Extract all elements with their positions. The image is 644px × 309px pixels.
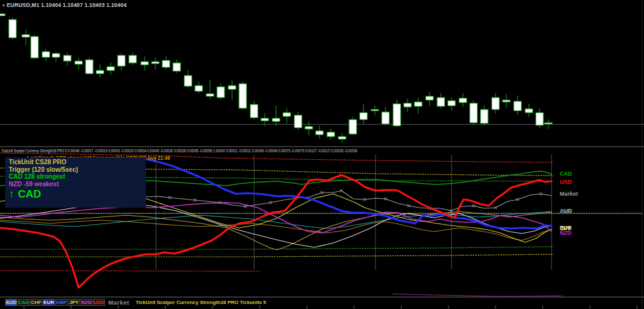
up-arrow-icon: ↑ — [9, 188, 14, 200]
currency-button-eur[interactable]: EUR — [43, 299, 55, 306]
symbol-quote-text: EURUSD,M1 1.10404 1.10407 1.10403 1.1040… — [7, 2, 127, 8]
line-label-text: CAD — [560, 171, 572, 177]
indicator-button-bar: AUDCADCHFEURGBPJPYNZDUSD Market TickUnit… — [5, 298, 266, 306]
indicator-legend-box: TickUnit CS28 PRO Trigger (120 slow/5sec… — [5, 157, 146, 208]
currency-button-aud[interactable]: AUD — [5, 299, 17, 306]
currency-button-chf[interactable]: CHF — [30, 299, 42, 306]
legend-title: TickUnit CS28 PRO — [9, 159, 142, 166]
currency-button-usd[interactable]: USD — [93, 299, 105, 306]
mt4-chart-window: ▾EURUSD,M1 1.10404 1.10407 1.10403 1.104… — [0, 0, 644, 309]
line-label-text: Market — [560, 191, 578, 197]
market-label[interactable]: Market — [108, 299, 130, 306]
legend-trigger: Trigger (120 slow/5sec) — [9, 166, 142, 174]
line-label-text: CHF — [560, 208, 572, 215]
indicator-header: TickUnit Scalper Currency Strength28 PRO… — [1, 149, 357, 153]
currency-button-gbp[interactable]: GBP — [55, 299, 67, 306]
indicator-footer-text: TickUnit Scalper Currency Strength28 PRO… — [136, 300, 266, 305]
currency-line-labels: CADUSDMarketAUDCHFEURJPYNZD — [559, 0, 641, 309]
currency-button-nzd[interactable]: NZD — [80, 299, 92, 306]
legend-weakest: NZD -59 weakest — [9, 181, 142, 188]
currency-button-cad[interactable]: CAD — [18, 299, 30, 306]
symbol-title: ▾EURUSD,M1 1.10404 1.10407 1.10403 1.104… — [3, 2, 126, 8]
currency-button-jpy[interactable]: JPY — [68, 299, 80, 306]
chart-expand-icon[interactable]: ▾ — [3, 3, 5, 8]
legend-strongest: CAD 128 strongest — [9, 173, 142, 181]
signal-currency: ↑CAD — [9, 189, 142, 200]
line-label-text: USD — [560, 179, 572, 185]
line-label-text: NZD — [560, 230, 572, 236]
